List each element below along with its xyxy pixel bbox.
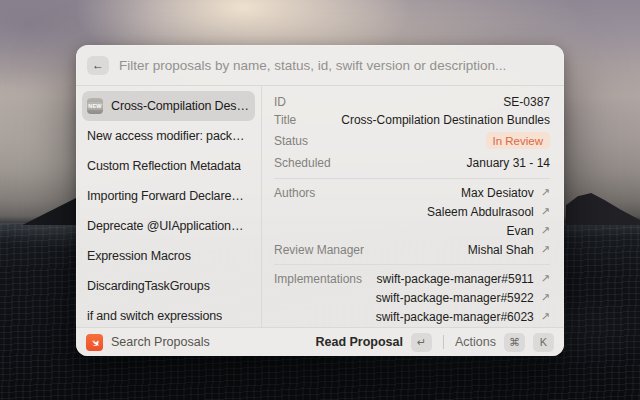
list-item-label: Custom Reflection Metadata	[87, 159, 241, 173]
proposal-list: NEW Cross-Compilation Destinatio... New …	[76, 86, 262, 327]
detail-row-implementation-2: swift-package-manager#5922 ↗	[274, 288, 550, 307]
read-proposal-button[interactable]: Read Proposal	[315, 335, 403, 349]
list-item-label: Expression Macros	[87, 249, 191, 263]
footer-bar: Search Proposals Read Proposal ↵ Actions…	[76, 327, 564, 356]
actions-button[interactable]: Actions	[455, 335, 496, 349]
footer-separator	[443, 335, 444, 349]
back-button[interactable]: ←	[87, 56, 109, 75]
detail-label: Review Manager	[274, 243, 364, 257]
implementation-link[interactable]: swift-package-manager#5922 ↗	[376, 291, 550, 305]
external-link-icon: ↗	[541, 186, 550, 199]
list-item-package-modifier[interactable]: New access modifier: package	[82, 121, 255, 151]
detail-row-implementations: Implementations swift-package-manager#59…	[274, 269, 550, 288]
list-item-forward-declared[interactable]: Importing Forward Declared Obj...	[82, 181, 255, 211]
swift-bird-glyph	[89, 337, 100, 348]
detail-row-status: Status In Review	[274, 129, 550, 152]
implementation-link[interactable]: swift-package-manager#5911 ↗	[377, 272, 550, 286]
detail-row-scheduled: Scheduled January 31 - 14	[274, 152, 550, 173]
review-manager-link[interactable]: Mishal Shah ↗	[468, 243, 550, 257]
detail-label: Authors	[274, 186, 315, 200]
list-item-label: if and switch expressions	[87, 309, 222, 323]
search-bar: ←	[76, 45, 564, 85]
detail-label: Implementations	[274, 272, 362, 286]
detail-row-authors: Authors Max Desiatov ↗	[274, 183, 550, 202]
section-divider	[274, 178, 550, 179]
external-link-icon: ↗	[541, 291, 550, 304]
search-input[interactable]	[119, 58, 553, 73]
list-item-reflection-metadata[interactable]: Custom Reflection Metadata	[82, 151, 255, 181]
detail-row-review-manager: Review Manager Mishal Shah ↗	[274, 240, 550, 259]
return-key-badge[interactable]: ↵	[411, 333, 432, 352]
proposal-detail-panel: ID SE-0387 Title Cross-Compilation Desti…	[262, 86, 564, 327]
detail-row-id: ID SE-0387	[274, 93, 550, 111]
app-label: Search Proposals	[111, 335, 210, 349]
list-item-label: DiscardingTaskGroups	[87, 279, 210, 293]
list-item-discarding-task-groups[interactable]: DiscardingTaskGroups	[82, 271, 255, 301]
author-link[interactable]: Evan ↗	[506, 224, 550, 238]
list-item-expression-macros[interactable]: Expression Macros	[82, 241, 255, 271]
list-item-cross-compilation[interactable]: NEW Cross-Compilation Destinatio...	[82, 91, 255, 121]
new-proposal-icon: NEW	[87, 98, 103, 114]
k-key-badge[interactable]: K	[533, 333, 554, 352]
list-item-label: Importing Forward Declared Obj...	[87, 189, 250, 203]
launcher-window: ← NEW Cross-Compilation Destinatio... Ne…	[76, 45, 564, 356]
detail-label: Title	[274, 113, 296, 127]
detail-value: SE-0387	[503, 95, 550, 109]
detail-row-author-3: Evan ↗	[274, 221, 550, 240]
swift-evolution-icon	[86, 334, 103, 351]
detail-row-title: Title Cross-Compilation Destination Bund…	[274, 111, 550, 129]
external-link-icon: ↗	[541, 272, 550, 285]
command-key-badge[interactable]: ⌘	[504, 333, 525, 352]
status-badge: In Review	[486, 132, 551, 149]
author-link[interactable]: Saleem Abdulrasool ↗	[427, 205, 550, 219]
external-link-icon: ↗	[541, 224, 550, 237]
detail-label: Scheduled	[274, 156, 331, 170]
detail-label: ID	[274, 95, 286, 109]
detail-row-implementation-3: swift-package-manager#6023 ↗	[274, 307, 550, 326]
list-item-deprecate-uiapplicationmain[interactable]: Deprecate @UIApplicationMain a...	[82, 211, 255, 241]
list-item-label: Cross-Compilation Destinatio...	[111, 99, 250, 113]
section-divider	[274, 264, 550, 265]
detail-value: January 31 - 14	[467, 156, 550, 170]
implementation-link[interactable]: swift-package-manager#6023 ↗	[376, 310, 550, 324]
external-link-icon: ↗	[541, 243, 550, 256]
detail-row-author-2: Saleem Abdulrasool ↗	[274, 202, 550, 221]
list-item-if-switch-expressions[interactable]: if and switch expressions	[82, 301, 255, 327]
external-link-icon: ↗	[541, 205, 550, 218]
external-link-icon: ↗	[541, 310, 550, 323]
list-item-label: Deprecate @UIApplicationMain a...	[87, 219, 250, 233]
list-item-label: New access modifier: package	[87, 129, 250, 143]
author-link[interactable]: Max Desiatov ↗	[461, 186, 550, 200]
detail-label: Status	[274, 134, 308, 148]
detail-value: Cross-Compilation Destination Bundles	[341, 113, 550, 127]
back-arrow-icon: ←	[92, 58, 104, 72]
